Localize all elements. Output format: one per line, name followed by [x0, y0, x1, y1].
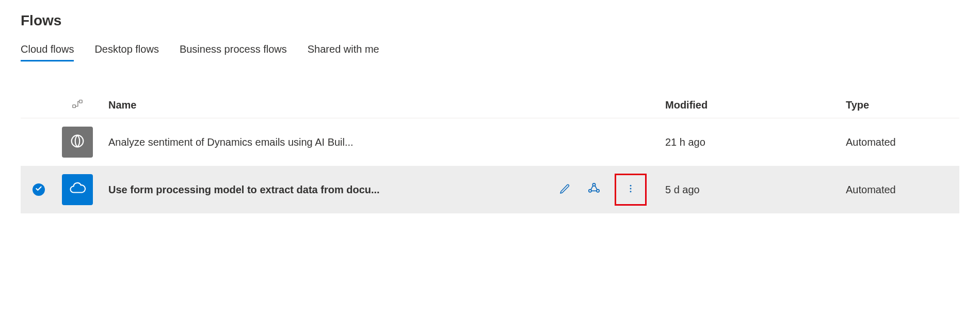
- flow-type-icon: [72, 98, 83, 112]
- svg-point-5: [597, 190, 599, 192]
- dynamics-icon: [69, 132, 86, 152]
- svg-point-6: [630, 185, 632, 187]
- svg-point-8: [630, 191, 632, 192]
- svg-point-2: [72, 135, 84, 147]
- flows-table: Name Modified Type: [21, 92, 959, 213]
- tab-cloud-flows[interactable]: Cloud flows: [21, 43, 74, 60]
- onedrive-icon: [68, 179, 87, 200]
- share-button[interactable]: [586, 181, 602, 198]
- svg-rect-0: [73, 105, 76, 108]
- table-row[interactable]: Use form processing model to extract dat…: [21, 166, 959, 213]
- svg-rect-1: [79, 100, 83, 103]
- flow-type: Automated: [846, 184, 896, 195]
- row-selected-check[interactable]: [33, 183, 45, 196]
- more-vertical-icon: [625, 183, 636, 196]
- flow-name[interactable]: Analyze sentiment of Dynamics emails usi…: [108, 136, 354, 148]
- pencil-icon: [559, 182, 571, 197]
- table-header: Name Modified Type: [21, 92, 959, 118]
- page-title: Flows: [21, 12, 959, 29]
- tabs: Cloud flows Desktop flows Business proce…: [21, 43, 959, 61]
- column-header-modified[interactable]: Modified: [660, 99, 846, 111]
- flow-tile: [62, 127, 93, 158]
- table-row[interactable]: Analyze sentiment of Dynamics emails usi…: [21, 118, 959, 166]
- flow-modified: 21 h ago: [665, 136, 705, 148]
- edit-button[interactable]: [557, 181, 573, 198]
- flow-type: Automated: [846, 136, 896, 148]
- svg-point-4: [589, 190, 591, 192]
- tab-desktop-flows[interactable]: Desktop flows: [94, 43, 159, 60]
- svg-point-3: [592, 183, 595, 186]
- more-actions-button[interactable]: [622, 181, 639, 198]
- more-actions-highlight: [615, 174, 647, 206]
- flow-name[interactable]: Use form processing model to extract dat…: [108, 184, 380, 195]
- check-icon: [35, 185, 42, 194]
- flow-modified: 5 d ago: [665, 184, 700, 195]
- tab-shared-with-me[interactable]: Shared with me: [308, 43, 379, 60]
- column-header-name[interactable]: Name: [98, 99, 557, 111]
- flow-tile: [62, 174, 93, 205]
- share-icon: [587, 182, 601, 197]
- tab-business-process-flows[interactable]: Business process flows: [180, 43, 287, 60]
- svg-point-7: [630, 188, 632, 190]
- column-header-type[interactable]: Type: [846, 99, 959, 111]
